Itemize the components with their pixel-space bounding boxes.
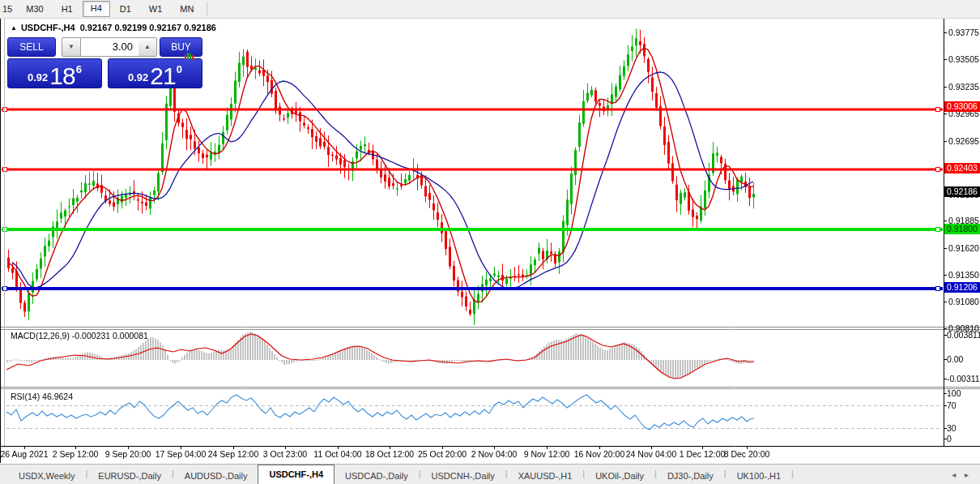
date-axis-label: 9 Sep 20:00 [105, 449, 151, 459]
chart-tabs: USDX,Weekly|EURUSD-,Daily|AUDUSD-,DailyU… [8, 465, 794, 484]
buy-button[interactable]: BUY [160, 37, 202, 57]
rsi-label: RSI(14) 46.9624 [11, 392, 73, 401]
macd-tick-label: 0.003811 [947, 330, 980, 341]
rsi-tick-label: 100 [947, 388, 961, 399]
chart-tab-xauusd-h1[interactable]: XAUUSD-,H1 [508, 468, 583, 484]
chart-tab-dj30-daily[interactable]: DJ30-,Daily [657, 468, 724, 484]
price-tick-label: 0.93775 [948, 28, 979, 38]
chart-tab-eurusd-daily[interactable]: EURUSD-,Daily [87, 468, 172, 484]
date-axis-label: 3 Oct 23:00 [263, 449, 307, 459]
timeframe-toolbar: 15M30H1H4D1W1MN [0, 0, 980, 19]
chart-title: ▲USDCHF-,H4 0.92167 0.92199 0.92167 0.92… [11, 23, 216, 32]
tab-scroll-left-icon[interactable]: ◂ [948, 470, 959, 479]
sell-button[interactable]: SELL [7, 37, 56, 57]
price-tick-label: 0.92695 [948, 136, 979, 147]
sell-price-box[interactable]: 0.92 18 6 [7, 58, 102, 88]
timeframe-button-mn[interactable]: MN [172, 1, 202, 17]
date-axis-label: 11 Oct 04:00 [313, 449, 361, 459]
price-tick-label: 0.91620 [948, 243, 979, 254]
buy-price-prefix: 0.92 [128, 71, 148, 84]
chart-tab-audusd-daily[interactable]: AUDUSD-,Daily [174, 468, 258, 484]
volume-decrease-icon[interactable]: ▼ [62, 37, 81, 57]
rsi-tick-label: 30 [947, 423, 957, 434]
timeframe-button-d1[interactable]: D1 [112, 1, 139, 17]
macd-tick-label: -0.003115 [947, 374, 980, 384]
tab-scroll-right-icon[interactable]: ▸ [961, 470, 972, 479]
buy-price-big: 21 [150, 65, 175, 87]
chart-ohlc-values: 0.92167 0.92199 0.92167 0.92186 [80, 23, 216, 32]
tab-scroll-arrows: ◂ ▸ [948, 470, 972, 479]
date-axis-label: 24 Nov 04:00 [626, 449, 676, 459]
collapse-triangle-icon[interactable]: ▲ [11, 24, 17, 32]
volume-field[interactable]: 3.00 [81, 37, 138, 57]
timeframe-button-15[interactable]: 15 [1, 1, 16, 17]
timeframe-buttons: 15M30H1H4D1W1MN [0, 1, 211, 17]
date-axis-label: 18 Oct 12:00 [365, 449, 414, 459]
date-axis-label: 1 Dec 12:00 [680, 449, 726, 459]
date-axis-label: 24 Sep 12:00 [208, 449, 258, 459]
chart-tab-usdchf-h4[interactable]: USDCHF-,H4 [258, 465, 334, 484]
price-tag-091800: 0.91800 [944, 224, 980, 234]
date-axis-label: 16 Nov 20:00 [574, 449, 624, 459]
chart-tab-ukoil-daily[interactable]: UKOil-,Daily [585, 468, 654, 484]
timeframe-button-h4[interactable]: H4 [83, 1, 110, 17]
chart-tab-uk100-h1[interactable]: UK100-,H1 [726, 468, 791, 484]
sell-price-sup: 6 [76, 63, 82, 75]
rsi-tick-label: 0 [947, 434, 952, 444]
buy-price-box[interactable]: 0.92 21 0 [108, 58, 202, 88]
one-click-trading-icon[interactable] [184, 52, 194, 61]
date-axis-label: 2 Sep 12:00 [53, 449, 99, 459]
sell-price-big: 18 [49, 65, 75, 87]
one-click-trading-panel: SELL ▼ 3.00 ▲ BUY 0.92 18 6 0.92 21 0 [7, 37, 202, 88]
date-axis-label: 25 Oct 20:00 [418, 449, 467, 459]
date-axis-label: 26 Aug 2021 [1, 449, 49, 459]
price-tag-093006: 0.93006 [944, 101, 980, 112]
rsi-tick-label: 70 [947, 400, 957, 411]
price-tick-label: 0.91350 [948, 270, 979, 281]
price-tick-label: 0.91080 [948, 297, 979, 307]
date-axis-label: 17 Sep 04:00 [156, 449, 206, 459]
chart-tab-bar: USDX,Weekly|EURUSD-,Daily|AUDUSD-,DailyU… [0, 464, 980, 484]
timeframe-button-w1[interactable]: W1 [141, 1, 171, 17]
macd-label: MACD(12,26,9) -0.000231 0.000081 [11, 331, 148, 341]
sell-price-prefix: 0.92 [28, 71, 48, 84]
volume-control: ▼ 3.00 ▲ [62, 37, 157, 57]
price-tick-label: 0.93235 [948, 82, 979, 92]
tab-separator: | [791, 469, 794, 480]
chart-tab-usdcnh-daily[interactable]: USDCNH-,Daily [421, 468, 505, 484]
date-axis-label: 8 Dec 20:00 [724, 449, 770, 459]
timeframe-button-m30[interactable]: M30 [18, 1, 51, 17]
chart-tab-usdx-weekly[interactable]: USDX,Weekly [8, 468, 85, 484]
price-tag-091206: 0.91206 [944, 282, 980, 293]
toolbar-separator [207, 2, 207, 15]
date-axis-label: 2 Nov 04:00 [471, 449, 518, 459]
chart-symbol: USDCHF-,H4 [21, 23, 75, 32]
macd-tick-label: 0.00 [947, 354, 963, 365]
price-tag-092403: 0.92403 [944, 163, 980, 173]
buy-price-sup: 0 [177, 63, 182, 75]
price-tag-092186: 0.92186 [944, 186, 980, 197]
timeframe-button-h1[interactable]: H1 [53, 1, 81, 17]
chart-tab-usdcad-daily[interactable]: USDCAD-,Daily [334, 468, 419, 484]
date-axis-label: 9 Nov 12:00 [524, 449, 570, 459]
volume-increase-icon[interactable]: ▲ [138, 37, 157, 57]
price-tick-label: 0.93505 [948, 54, 979, 65]
